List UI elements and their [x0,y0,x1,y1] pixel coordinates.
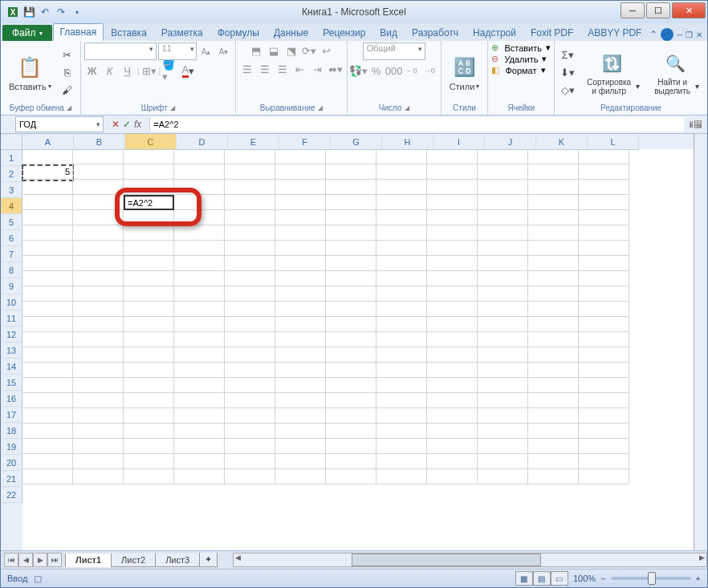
cell-G4[interactable] [326,195,376,210]
cell-F5[interactable] [275,210,326,225]
cell-J16[interactable] [478,378,528,393]
align-right-icon[interactable]: ☰ [275,61,291,77]
zoom-slider[interactable] [611,577,691,580]
cell-K10[interactable] [528,286,579,302]
cell-L11[interactable] [579,302,629,317]
decrease-decimal-icon[interactable]: →0 [421,63,437,79]
save-icon[interactable]: 💾 [22,5,36,19]
cell-I3[interactable] [427,180,478,195]
cell-C8[interactable] [124,256,174,271]
cell-C19[interactable] [124,424,174,439]
cell-J22[interactable] [478,469,528,485]
cell-J3[interactable] [478,180,528,195]
cell-C11[interactable] [124,302,174,317]
cell-D12[interactable] [174,317,225,332]
cell-F3[interactable] [275,180,326,195]
cell-F18[interactable] [275,408,326,424]
column-header-K[interactable]: K [536,134,588,150]
vertical-scrollbar[interactable] [694,134,707,550]
cell-A6[interactable] [22,225,73,241]
cell-J18[interactable] [478,408,528,424]
cell-I11[interactable] [427,302,478,317]
cell-E2[interactable] [225,164,275,180]
doc-close-icon[interactable]: ✕ [696,30,702,39]
ribbon-minimize-icon[interactable]: ⌃ [649,29,657,40]
cell-H22[interactable] [376,469,427,485]
cell-H10[interactable] [376,286,427,302]
cell-H11[interactable] [376,302,427,317]
cell-C14[interactable] [124,347,174,363]
cell-F2[interactable] [275,164,326,180]
cell-K17[interactable] [528,393,579,408]
number-format-select[interactable]: Общий [363,43,425,60]
cell-C9[interactable] [124,271,174,286]
cell-B18[interactable] [73,408,124,424]
cell-J17[interactable] [478,393,528,408]
cell-L3[interactable] [579,180,629,195]
cell-F14[interactable] [275,347,326,363]
zoom-out-icon[interactable]: − [600,574,605,583]
cell-G13[interactable] [326,332,376,347]
cell-L12[interactable] [579,317,629,332]
cell-G2[interactable] [326,164,376,180]
cell-B19[interactable] [73,424,124,439]
cell-D3[interactable] [174,180,225,195]
comma-icon[interactable]: 000 [386,63,402,79]
cell-J7[interactable] [478,241,528,256]
cell-H8[interactable] [376,256,427,271]
cell-H2[interactable] [376,164,427,180]
tab-insert[interactable]: Вставка [104,24,154,41]
cancel-formula-icon[interactable]: ✕ [112,119,120,130]
cell-I17[interactable] [427,393,478,408]
sort-filter-button[interactable]: 🔃 Сортировка и фильтр▾ [579,49,645,97]
cell-E6[interactable] [225,225,275,241]
cell-F6[interactable] [275,225,326,241]
cell-B21[interactable] [73,454,124,469]
cell-L21[interactable] [579,454,629,469]
cell-K19[interactable] [528,424,579,439]
zoom-in-icon[interactable]: + [696,574,701,583]
cell-B13[interactable] [73,332,124,347]
doc-restore-icon[interactable]: ❐ [686,30,693,39]
sheet-tab-2[interactable]: Лист2 [111,554,156,567]
cell-B10[interactable] [73,286,124,302]
cell-K11[interactable] [528,302,579,317]
cell-L15[interactable] [579,363,629,378]
qat-more-icon[interactable]: ▾ [70,5,84,19]
cell-B3[interactable] [73,180,124,195]
cell-I13[interactable] [427,332,478,347]
cell-E19[interactable] [225,424,275,439]
cell-D8[interactable] [174,256,225,271]
cell-K4[interactable] [528,195,579,210]
cell-C16[interactable] [124,378,174,393]
cell-D14[interactable] [174,347,225,363]
undo-icon[interactable]: ↶ [38,5,52,19]
cell-F10[interactable] [275,286,326,302]
cell-G20[interactable] [326,439,376,454]
cell-F21[interactable] [275,454,326,469]
cell-K2[interactable] [528,164,579,180]
cell-A13[interactable] [22,332,73,347]
cell-B14[interactable] [73,347,124,363]
close-button[interactable]: ✕ [672,2,706,18]
cell-K15[interactable] [528,363,579,378]
cell-A2[interactable]: 5 [22,164,73,180]
cell-G11[interactable] [326,302,376,317]
cell-I12[interactable] [427,317,478,332]
cell-I21[interactable] [427,454,478,469]
zoom-level[interactable]: 100% [573,574,596,583]
cell-F12[interactable] [275,317,326,332]
cell-G19[interactable] [326,424,376,439]
cell-L5[interactable] [579,210,629,225]
cell-G10[interactable] [326,286,376,302]
sheet-tab-1[interactable]: Лист1 [65,554,112,567]
cell-I4[interactable] [427,195,478,210]
cell-G7[interactable] [326,241,376,256]
cell-B20[interactable] [73,439,124,454]
paste-button[interactable]: 📋 Вставить ▾ [4,53,56,93]
cell-E20[interactable] [225,439,275,454]
cell-K3[interactable] [528,180,579,195]
cell-K22[interactable] [528,469,579,485]
cell-B11[interactable] [73,302,124,317]
currency-icon[interactable]: 💱▾ [351,63,367,79]
